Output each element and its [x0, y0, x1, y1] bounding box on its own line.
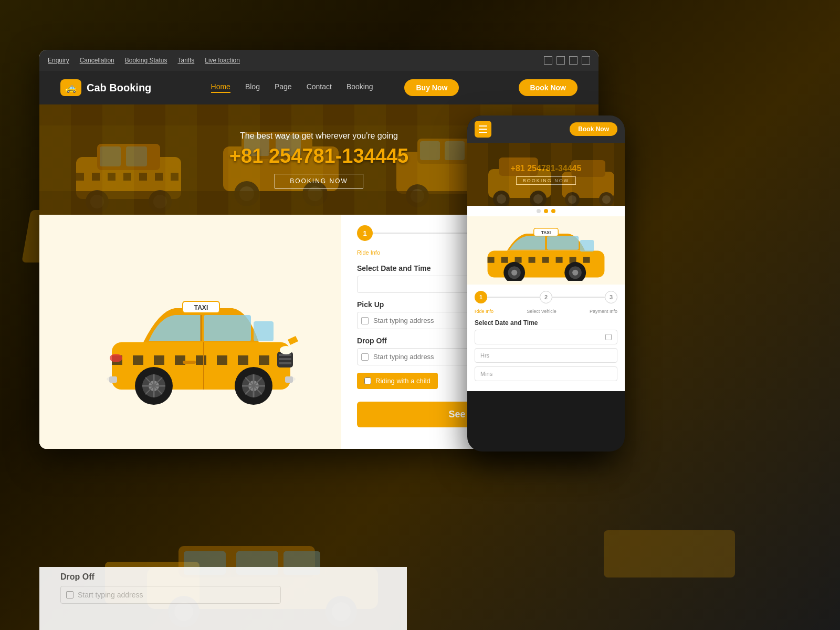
bottom-address-placeholder: Start typing address	[78, 591, 143, 599]
mobile-hero: +81 254781-34445 BOOKING NOW	[467, 143, 625, 206]
mobile-step-3-label: Payment Info	[590, 309, 617, 314]
svg-rect-19	[76, 173, 84, 181]
site-nav: Home Blog Page Contact Booking	[211, 82, 373, 93]
mobile-dot-1[interactable]	[537, 209, 541, 213]
svg-rect-20	[92, 173, 100, 181]
buy-now-button[interactable]: Buy Now	[404, 79, 459, 96]
taxi-image-panel: TAXI	[39, 215, 341, 449]
browser-topbar: Enquiry Cancellation Booking Status Tari…	[39, 50, 598, 71]
nav-booking-status[interactable]: Booking Status	[125, 57, 167, 64]
bottom-partial-content: Drop Off Start typing address	[39, 567, 407, 609]
mobile-step-2-label: Select Vehicle	[527, 309, 556, 314]
mobile-dot-3[interactable]	[551, 209, 555, 213]
nav-enquiry[interactable]: Enquiry	[48, 57, 69, 64]
hero-tagline: The best way to get wherever you're goin…	[240, 131, 398, 141]
hamburger-line-1	[479, 125, 487, 127]
svg-text:TAXI: TAXI	[194, 304, 207, 311]
svg-rect-40	[420, 141, 440, 160]
taxi-illustration: TAXI	[91, 274, 290, 390]
browser-minimize-btn[interactable]	[556, 56, 565, 65]
svg-point-69	[280, 346, 292, 354]
step-1-label: Ride Info	[357, 249, 470, 256]
mobile-hamburger-button[interactable]	[475, 121, 491, 138]
riding-with-child-label[interactable]: Riding with a child	[357, 373, 438, 389]
svg-point-122	[572, 269, 578, 275]
mobile-hrs-input[interactable]: Hrs	[475, 348, 617, 363]
svg-rect-63	[259, 355, 269, 365]
mobile-mins-input[interactable]: Mins	[475, 366, 617, 381]
browser-controls	[544, 56, 590, 65]
mobile-date-input[interactable]	[475, 330, 617, 344]
browser-close-btn[interactable]	[582, 56, 590, 65]
svg-rect-93	[499, 158, 538, 176]
mobile-step-indicator: 1 2 3	[475, 291, 617, 303]
svg-rect-107	[580, 240, 594, 251]
nav-contact[interactable]: Contact	[307, 82, 332, 93]
step-1-circle: 1	[357, 225, 373, 241]
svg-rect-24	[155, 173, 163, 181]
mobile-dot-2[interactable]	[544, 209, 548, 213]
site-header: 🚕 Cab Booking Home Blog Page Contact Boo…	[39, 71, 598, 104]
nav-blog[interactable]: Blog	[245, 82, 260, 93]
svg-rect-89	[109, 376, 117, 383]
mobile-taxi-section: TAXI	[467, 216, 625, 285]
bottom-drop-off-label: Drop Off	[60, 572, 386, 582]
svg-rect-99	[571, 160, 605, 177]
svg-rect-17	[126, 146, 147, 166]
mobile-step-1-label: Ride Info	[475, 309, 494, 314]
nav-cancellation[interactable]: Cancellation	[80, 57, 114, 64]
svg-point-70	[110, 354, 122, 362]
svg-rect-112	[529, 257, 536, 262]
bottom-address-input[interactable]: Start typing address	[60, 586, 281, 604]
mobile-step-line-1	[487, 297, 540, 298]
book-now-header-button[interactable]: Book Now	[519, 79, 578, 96]
site-logo: 🚕 Cab Booking	[60, 79, 151, 96]
svg-rect-109	[488, 257, 495, 262]
mobile-book-now-button[interactable]: Book Now	[570, 122, 617, 136]
mobile-frame: Book Now +81 254781-34445 BOO	[467, 116, 625, 452]
svg-rect-68	[279, 362, 291, 364]
svg-rect-52	[204, 315, 251, 341]
svg-rect-61	[217, 355, 227, 365]
mobile-step-2-circle: 2	[540, 291, 552, 303]
nav-home[interactable]: Home	[211, 82, 230, 93]
bottom-partial-view: Drop Off Start typing address	[39, 567, 407, 630]
bottom-map-icon	[66, 591, 74, 598]
nav-live-location[interactable]: Live loaction	[205, 57, 240, 64]
svg-rect-21	[108, 173, 116, 181]
svg-rect-53	[254, 321, 274, 341]
logo-taxi-icon: 🚕	[60, 79, 81, 96]
mobile-step-labels: Ride Info Select Vehicle Payment Info	[475, 309, 617, 314]
svg-rect-106	[547, 236, 579, 249]
svg-rect-41	[445, 141, 465, 160]
svg-rect-25	[171, 173, 178, 181]
svg-rect-16	[100, 146, 121, 166]
svg-rect-113	[542, 257, 549, 262]
svg-rect-111	[515, 257, 522, 262]
mobile-step-1-circle: 1	[475, 291, 487, 303]
svg-rect-57	[133, 355, 143, 365]
browser-maximize-btn[interactable]	[569, 56, 578, 65]
drop-off-map-icon	[361, 353, 369, 361]
mobile-mins-label: Mins	[480, 371, 492, 377]
nav-page[interactable]: Page	[275, 82, 292, 93]
nav-booking[interactable]: Booking	[346, 82, 373, 93]
svg-rect-110	[501, 257, 508, 262]
browser-restore-btn[interactable]	[544, 56, 552, 65]
brand-name: Cab Booking	[87, 82, 151, 94]
hero-phone: +81 254781-134445	[229, 145, 408, 167]
pick-up-map-icon	[361, 317, 369, 324]
nav-tariffs[interactable]: Tariffs	[177, 57, 194, 64]
riding-with-child-checkbox[interactable]	[364, 377, 371, 384]
svg-rect-23	[139, 173, 147, 181]
svg-point-97	[533, 194, 543, 204]
mobile-step-line-2	[552, 297, 605, 298]
hero-booking-button[interactable]: BOOKING NOW	[275, 174, 363, 188]
mobile-calendar-icon[interactable]	[605, 334, 612, 340]
hamburger-line-3	[479, 132, 487, 133]
svg-rect-87	[183, 361, 196, 364]
mobile-booking-form: 1 2 3 Ride Info Select Vehicle Payment I…	[467, 285, 625, 391]
svg-rect-88	[285, 376, 293, 383]
svg-rect-62	[238, 355, 248, 365]
svg-rect-60	[196, 355, 206, 365]
